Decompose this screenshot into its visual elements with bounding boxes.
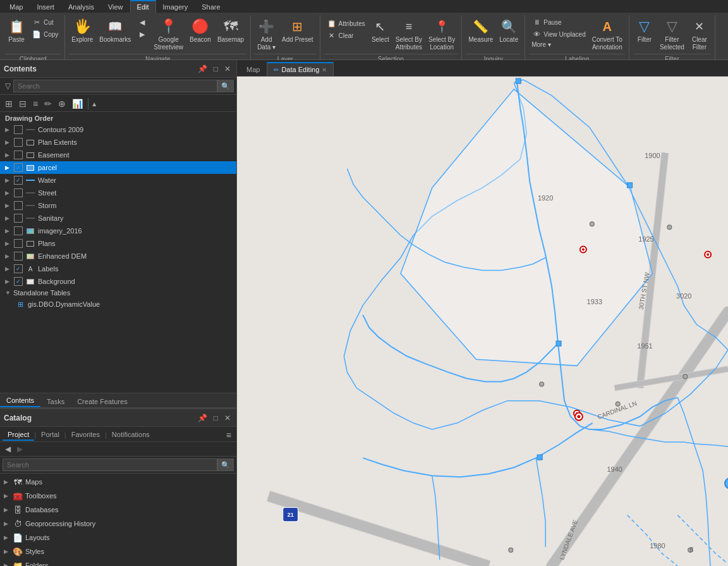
view-table-icon[interactable]: ⊟	[16, 97, 29, 110]
tab-contents[interactable]: Contents	[0, 395, 40, 407]
measure-button[interactable]: 📏 Measure	[466, 16, 495, 44]
layer-check-background[interactable]	[14, 277, 23, 286]
catalog-tab-portal[interactable]: Portal	[36, 429, 64, 441]
catalog-close-icon[interactable]: ✕	[222, 413, 233, 423]
view-list-icon[interactable]: ⊞	[3, 97, 15, 110]
locate-button[interactable]: 🔍 Locate	[497, 16, 521, 44]
layer-check-contours[interactable]	[14, 125, 23, 134]
clear-selection-button[interactable]: ✕ Clear	[324, 30, 368, 41]
layer-check-dem[interactable]	[14, 252, 23, 261]
view-draw-icon[interactable]: ✏	[42, 97, 54, 110]
catalog-back-button[interactable]: ◀	[3, 443, 13, 455]
add-preset-button[interactable]: ⊞ Add Preset	[279, 16, 315, 45]
convert-to-annotation-button[interactable]: A Convert ToAnnotation	[590, 16, 625, 52]
catalog-float-icon[interactable]: □	[212, 413, 220, 423]
contents-search-button[interactable]: 🔍	[217, 80, 234, 92]
catalog-item-toolboxes[interactable]: ▶ 🧰 Toolboxes	[0, 489, 236, 503]
catalog-item-folders[interactable]: ▶ 📁 Folders	[0, 558, 236, 566]
view-add-icon[interactable]: ⊕	[56, 97, 68, 110]
view-filter-icon[interactable]: ≡	[30, 97, 40, 110]
layer-item-plan-extents[interactable]: ▶ Plan Extents	[0, 136, 236, 149]
layer-check-plan[interactable]	[14, 138, 23, 147]
layer-item-easement[interactable]: ▶ Easement	[0, 149, 236, 161]
add-data-button[interactable]: ➕ AddData ▾	[255, 16, 278, 52]
select-by-location-button[interactable]: 📍 Select ByLocation	[426, 16, 458, 52]
layer-check-imagery[interactable]	[14, 226, 23, 235]
tab-tasks[interactable]: Tasks	[40, 396, 71, 407]
map-tab-data-editing[interactable]: ✏ Data Editing ✕	[267, 62, 334, 76]
map-tab-map[interactable]: Map	[240, 63, 267, 76]
catalog-item-maps[interactable]: ▶ 🗺 Maps	[0, 475, 236, 489]
go-forward-button[interactable]: ▶	[135, 28, 150, 40]
contents-search-input[interactable]	[13, 80, 217, 92]
standalone-item-dynamic-value[interactable]: ⊞ gis.DBO.DynamicValue	[0, 298, 236, 311]
view-chart-icon[interactable]: 📊	[70, 97, 85, 110]
catalog-tab-project[interactable]: Project	[3, 429, 34, 441]
layer-item-contours[interactable]: ▶ Contours 2009	[0, 123, 236, 136]
beacon-button[interactable]: 🔴 Beacon	[187, 16, 214, 44]
layer-check-street[interactable]	[14, 188, 23, 197]
tab-imagery[interactable]: Imagery	[156, 1, 195, 13]
layer-item-labels[interactable]: ▶ A Labels	[0, 262, 236, 275]
layer-check-labels[interactable]	[14, 264, 23, 273]
catalog-menu-icon[interactable]: ≡	[224, 430, 234, 440]
layer-check-sanitary[interactable]	[14, 214, 23, 223]
layer-check-parcel[interactable]	[14, 163, 23, 172]
contents-pin-icon[interactable]: 📌	[196, 64, 209, 74]
catalog-search-button[interactable]: 🔍	[217, 458, 234, 471]
layer-item-street[interactable]: ▶ Street	[0, 187, 236, 199]
layer-item-storm[interactable]: ▶ Storm	[0, 199, 236, 212]
more-button[interactable]: More ▾	[529, 40, 588, 49]
tab-insert[interactable]: Insert	[30, 1, 61, 13]
catalog-pin-icon[interactable]: 📌	[196, 413, 209, 423]
layer-item-water[interactable]: ▶ Water	[0, 174, 236, 187]
view-unplaced-button[interactable]: 👁 View Unplaced	[529, 28, 588, 40]
catalog-item-styles[interactable]: ▶ 🎨 Styles	[0, 544, 236, 558]
tab-share[interactable]: Share	[195, 1, 227, 13]
attributes-button[interactable]: 📋 Attributes	[324, 18, 368, 29]
tab-create-features[interactable]: Create Features	[71, 396, 133, 407]
layer-check-plans[interactable]	[14, 239, 23, 248]
basemap-button[interactable]: 🗺 Basemap	[215, 16, 246, 44]
contents-float-icon[interactable]: □	[212, 64, 220, 74]
select-by-attributes-button[interactable]: ≡ Select ByAttributes	[393, 16, 425, 52]
filter-selected-button[interactable]: ▽ FilterSelected	[657, 16, 687, 52]
layer-item-parcel[interactable]: ▶ parcel	[0, 161, 236, 174]
layer-check-easement[interactable]	[14, 151, 23, 159]
catalog-item-layouts[interactable]: ▶ 📄 Layouts	[0, 531, 236, 544]
filter-button[interactable]: ▽ Filter	[633, 16, 656, 44]
standalone-header[interactable]: ▼ Standalone Tables	[0, 288, 236, 298]
bookmarks-button[interactable]: 📖 Bookmarks	[97, 16, 133, 44]
layer-item-sanitary[interactable]: ▶ Sanitary	[0, 212, 236, 225]
collapse-arrow[interactable]: ▲	[91, 101, 97, 108]
layer-item-background[interactable]: ▶ Background	[0, 275, 236, 288]
google-streetview-button[interactable]: 📍 GoogleStreetview	[151, 16, 186, 52]
tab-view[interactable]: View	[101, 1, 130, 13]
cut-button[interactable]: ✂ Cut	[29, 16, 61, 28]
copy-button[interactable]: 📄 Copy	[29, 28, 61, 40]
select-button[interactable]: ↖ Select	[369, 16, 392, 44]
clear-filter-button[interactable]: ✕ ClearFilter	[688, 16, 711, 52]
tab-edit[interactable]: Edit	[130, 0, 156, 13]
tab-analysis[interactable]: Analysis	[61, 1, 101, 13]
go-back-button[interactable]: ◀	[135, 16, 150, 28]
layer-arrow-imagery: ▶	[5, 228, 11, 234]
map-canvas[interactable]: 21 1920 1925 2805 2805 1807 1933 3020 30…	[237, 77, 728, 566]
explore-button[interactable]: 🖐 Explore	[69, 16, 95, 44]
catalog-search-input[interactable]	[3, 458, 217, 471]
data-editing-close-icon[interactable]: ✕	[322, 66, 327, 73]
paste-button[interactable]: 📋 Paste	[5, 16, 28, 44]
layer-check-water[interactable]	[14, 176, 23, 185]
pause-button[interactable]: ⏸ Pause	[529, 16, 588, 28]
layer-item-plans[interactable]: ▶ Plans	[0, 237, 236, 250]
maps-icon: 🗺	[13, 477, 23, 487]
layer-item-enhanced-dem[interactable]: ▶ Enhanced DEM	[0, 250, 236, 262]
layer-item-imagery[interactable]: ▶ imagery_2016	[0, 225, 236, 237]
catalog-tab-favorites[interactable]: Favorites	[66, 429, 105, 441]
catalog-item-geoprocessing[interactable]: ▶ ⏱ Geoprocessing History	[0, 517, 236, 531]
catalog-item-databases[interactable]: ▶ 🗄 Databases	[0, 503, 236, 517]
contents-close-icon[interactable]: ✕	[222, 64, 233, 74]
tab-map[interactable]: Map	[3, 1, 30, 13]
layer-check-storm[interactable]	[14, 201, 23, 210]
catalog-tab-notifications[interactable]: Notifications	[107, 429, 155, 441]
